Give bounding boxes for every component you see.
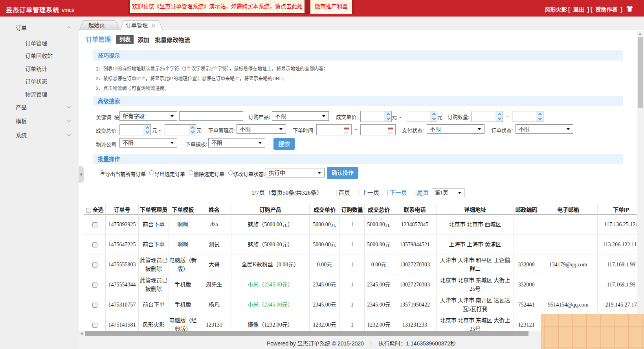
svg-text:订单管理: 订单管理 — [126, 22, 148, 28]
svg-text:起始页: 起始页 — [88, 22, 105, 28]
